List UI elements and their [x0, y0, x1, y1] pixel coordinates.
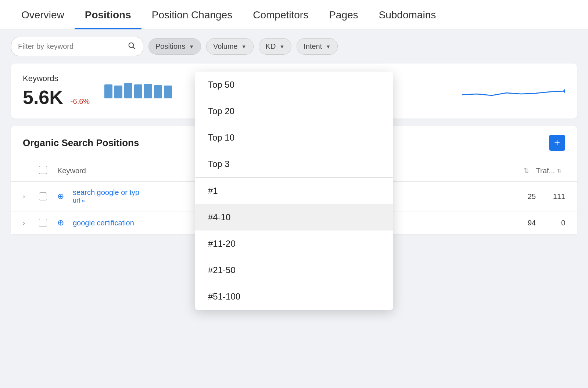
- dropdown-item-pos21-50[interactable]: #21-50: [195, 257, 393, 283]
- row-add-icon[interactable]: ⊕: [57, 218, 64, 228]
- add-button[interactable]: +: [549, 135, 565, 151]
- bar-2: [114, 86, 122, 98]
- svg-line-1: [133, 47, 135, 49]
- kd-filter-dropdown[interactable]: KD ▼: [259, 38, 292, 55]
- intent-chevron-icon: ▼: [326, 44, 331, 50]
- keywords-bar-chart: [104, 84, 172, 98]
- tab-pages[interactable]: Pages: [319, 2, 368, 29]
- row-expand-icon[interactable]: ›: [23, 219, 32, 227]
- row-checkbox[interactable]: [39, 219, 47, 227]
- dropdown-item-pos51-100[interactable]: #51-100: [195, 283, 393, 310]
- positions-filter-dropdown[interactable]: Positions ▼: [148, 38, 201, 55]
- row-arrows-icon: »: [82, 197, 85, 204]
- tab-competitors[interactable]: Competitors: [243, 2, 319, 29]
- bar-3: [124, 83, 132, 98]
- row-url-link[interactable]: url: [73, 197, 80, 204]
- dropdown-item-top3[interactable]: Top 3: [195, 151, 393, 177]
- intent-filter-dropdown[interactable]: Intent ▼: [297, 38, 338, 55]
- keyword-search-container: [11, 37, 143, 56]
- bar-1: [104, 84, 112, 98]
- volume-chevron-icon: ▼: [241, 44, 247, 50]
- bar-4: [134, 84, 142, 98]
- keywords-sparkline: [462, 80, 565, 102]
- row-checkbox-container: [39, 192, 50, 200]
- volume-filter-label: Volume: [213, 42, 238, 51]
- bar-7: [164, 86, 172, 98]
- volume-filter-dropdown[interactable]: Volume ▼: [206, 38, 254, 55]
- keywords-info: Keywords 5.6K -6.6%: [23, 74, 90, 108]
- kd-chevron-icon: ▼: [279, 44, 284, 50]
- dropdown-item-pos11-20[interactable]: #11-20: [195, 231, 393, 257]
- bar-6: [154, 85, 162, 98]
- header-checkbox-col: [39, 166, 50, 175]
- row-traffic-num: 111: [543, 192, 565, 201]
- filter-bar: Positions ▼ Volume ▼ KD ▼ Intent ▼: [0, 29, 588, 64]
- tab-overview[interactable]: Overview: [11, 2, 75, 29]
- keywords-change: -6.6%: [71, 97, 90, 106]
- positions-title: Organic Search Positions: [23, 137, 139, 149]
- row-expand-icon[interactable]: ›: [23, 193, 32, 200]
- traffic-sort-icon[interactable]: ⇅: [557, 168, 562, 174]
- row-position-num: 94: [514, 219, 536, 227]
- kd-filter-label: KD: [266, 42, 276, 51]
- tab-subdomains[interactable]: Subdomains: [369, 2, 447, 29]
- dropdown-item-pos1[interactable]: #1: [195, 178, 393, 204]
- keywords-label: Keywords: [23, 74, 90, 83]
- row-position-num: 25: [514, 192, 536, 201]
- intent-filter-label: Intent: [304, 42, 322, 51]
- select-all-checkbox[interactable]: [39, 166, 47, 174]
- positions-chevron-icon: ▼: [189, 44, 194, 50]
- svg-point-2: [563, 89, 565, 93]
- top-navigation: Overview Positions Position Changes Comp…: [0, 0, 588, 29]
- dropdown-item-top10[interactable]: Top 10: [195, 124, 393, 151]
- row-checkbox[interactable]: [39, 192, 47, 200]
- row-traffic-num: 0: [543, 219, 565, 227]
- traffic-col-header: Traf... ⇅: [536, 167, 562, 175]
- tab-positions[interactable]: Positions: [75, 2, 141, 29]
- keywords-value: 5.6K: [23, 86, 63, 108]
- tab-position-changes[interactable]: Position Changes: [141, 2, 243, 29]
- row-add-icon[interactable]: ⊕: [57, 192, 64, 201]
- bar-5: [144, 84, 152, 98]
- dropdown-item-pos4-10[interactable]: #4-10: [195, 204, 393, 231]
- dropdown-item-top20[interactable]: Top 20: [195, 98, 393, 124]
- table-filter-icon[interactable]: ⇅: [523, 167, 529, 175]
- dropdown-item-top50[interactable]: Top 50: [195, 72, 393, 98]
- positions-dropdown: Top 50 Top 20 Top 10 Top 3 #1 #4-10 #11-…: [195, 72, 393, 310]
- positions-filter-label: Positions: [155, 42, 185, 51]
- keyword-search-input[interactable]: [18, 42, 123, 51]
- search-button[interactable]: [127, 41, 136, 52]
- row-checkbox-container: [39, 219, 50, 227]
